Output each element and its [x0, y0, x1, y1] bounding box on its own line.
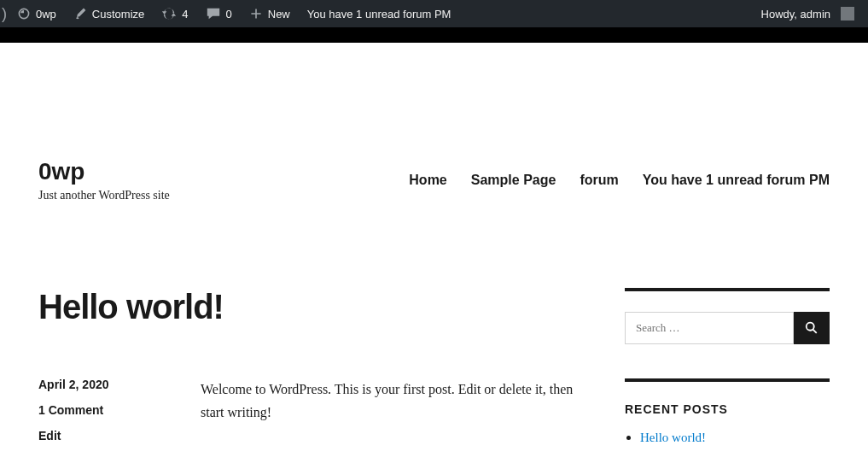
admin-customize-label: Customize: [92, 8, 144, 21]
admin-greeting: Howdy, admin: [761, 8, 830, 21]
site-header: 0wp Just another WordPress site Home Sam…: [0, 124, 868, 220]
search-form: [625, 312, 830, 344]
main-nav: Home Sample Page forum You have 1 unread…: [409, 173, 830, 188]
admin-customize[interactable]: Customize: [67, 7, 151, 21]
main-content: Hello world! April 2, 2020 1 Comment Edi…: [0, 220, 868, 469]
admin-updates-count: 4: [182, 8, 188, 21]
post-content: Welcome to WordPress. This is your first…: [201, 378, 574, 454]
admin-bar-shadow: [0, 27, 868, 43]
widget-divider: [625, 288, 830, 291]
nav-home[interactable]: Home: [409, 173, 446, 188]
wp-logo-partial[interactable]: ): [2, 5, 7, 23]
site-title[interactable]: 0wp: [38, 158, 170, 185]
dashboard-icon: [17, 7, 31, 21]
search-widget: [625, 288, 830, 344]
sidebar: RECENT POSTS Hello world!: [625, 288, 830, 469]
recent-posts-widget: RECENT POSTS Hello world!: [625, 378, 830, 445]
nav-pm-notice[interactable]: You have 1 unread forum PM: [643, 173, 830, 188]
list-item: Hello world!: [640, 430, 830, 445]
recent-post-link[interactable]: Hello world!: [640, 431, 706, 444]
admin-bar: ) 0wp Customize 4 0 New You have 1 unrea…: [0, 0, 868, 27]
post-edit-link[interactable]: Edit: [38, 429, 166, 443]
admin-site-link[interactable]: 0wp: [10, 7, 63, 21]
search-button[interactable]: [794, 312, 830, 344]
widget-divider: [625, 378, 830, 382]
admin-new[interactable]: New: [242, 7, 297, 21]
admin-pm-text: You have 1 unread forum PM: [307, 8, 451, 21]
admin-bar-right: Howdy, admin: [754, 7, 861, 21]
admin-new-label: New: [268, 8, 290, 21]
brush-icon: [73, 7, 87, 21]
admin-pm-notice[interactable]: You have 1 unread forum PM: [300, 8, 458, 21]
nav-sample-page[interactable]: Sample Page: [471, 173, 556, 188]
admin-comments[interactable]: 0: [199, 6, 239, 21]
site-tagline: Just another WordPress site: [38, 189, 170, 202]
admin-comments-count: 0: [226, 8, 232, 21]
search-icon: [804, 320, 819, 336]
site-branding: 0wp Just another WordPress site: [38, 158, 170, 202]
post-meta: April 2, 2020 1 Comment Edit: [38, 378, 166, 454]
recent-posts-list: Hello world!: [625, 430, 830, 445]
post-date[interactable]: April 2, 2020: [38, 378, 166, 391]
post-comments-link[interactable]: 1 Comment: [38, 403, 166, 417]
admin-account[interactable]: Howdy, admin: [754, 7, 861, 21]
recent-posts-title: RECENT POSTS: [625, 402, 830, 416]
admin-bar-left: ) 0wp Customize 4 0 New You have 1 unrea…: [7, 5, 457, 23]
refresh-icon: [161, 6, 177, 21]
post-title[interactable]: Hello world!: [38, 288, 574, 326]
comment-icon: [206, 6, 221, 21]
content-area: Hello world! April 2, 2020 1 Comment Edi…: [38, 288, 574, 469]
admin-site-name: 0wp: [36, 8, 56, 21]
search-input[interactable]: [625, 312, 794, 344]
post-body: April 2, 2020 1 Comment Edit Welcome to …: [38, 378, 574, 454]
admin-updates[interactable]: 4: [154, 6, 195, 21]
nav-forum[interactable]: forum: [580, 173, 618, 188]
avatar: [841, 7, 854, 21]
plus-icon: [249, 7, 263, 21]
